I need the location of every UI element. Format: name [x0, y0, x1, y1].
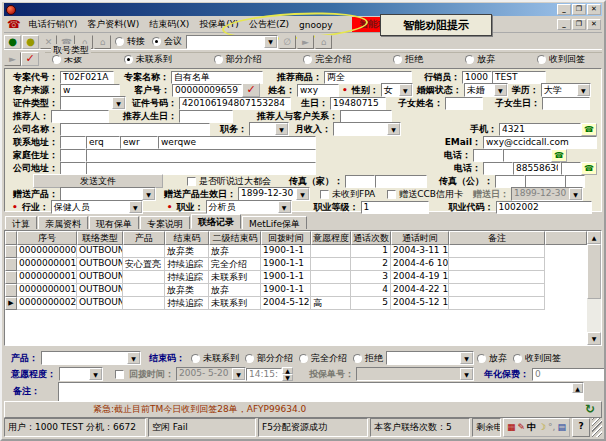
ime-keyboard-icon[interactable]: ▦	[507, 423, 516, 432]
mobile-field[interactable]	[499, 123, 581, 136]
fax-home-field-1[interactable]	[375, 175, 427, 188]
chevron-down-icon[interactable]: ▼	[460, 352, 473, 364]
header-remark[interactable]: 备注	[449, 231, 545, 245]
smart-dissuade-prompt-button[interactable]: 智能劝阻提示	[380, 14, 492, 36]
table-row[interactable]: 00000000004 OUTBOUND 放弃类 放弃 1900-1-1 1 2…	[5, 245, 587, 258]
end-reject-radio[interactable]: 拒绝	[353, 352, 383, 365]
moon-icon[interactable]: ☽	[538, 423, 546, 432]
dial-mobile-icon[interactable]: ☎	[581, 123, 597, 136]
child-name-field[interactable]	[445, 97, 483, 110]
menu-end-code[interactable]: 结束码(X)	[144, 17, 194, 32]
fax-office-field-0[interactable]	[495, 175, 525, 188]
tab-relatives[interactable]: 亲属资料	[38, 216, 88, 229]
table-row[interactable]: 00000000013 OUTBOUND 安心置亮 持续追踪 完全介绍 1900…	[5, 258, 587, 271]
home-addr-field-0[interactable]	[60, 149, 86, 162]
resize-grip[interactable]	[592, 418, 602, 437]
mdi-minimize-button[interactable]: _	[557, 19, 571, 30]
end-notreached-radio[interactable]: 未联系到	[191, 352, 239, 365]
gender-combo[interactable]: 女▼	[381, 83, 413, 97]
dialtype-abandon-radio[interactable]: 放弃	[465, 53, 495, 66]
project-code-field[interactable]	[60, 71, 114, 84]
product-combo[interactable]: ▼	[41, 351, 141, 365]
dialtype-full-radio[interactable]: 完全介绍	[303, 53, 351, 66]
end-full-radio[interactable]: 完全介绍	[299, 352, 347, 365]
minimize-button[interactable]: _	[557, 4, 571, 15]
agent-id-field[interactable]	[462, 71, 492, 84]
fax-office-field-1[interactable]	[525, 175, 565, 188]
scroll-up-icon[interactable]: ▲	[587, 231, 601, 244]
chevron-down-icon[interactable]: ▼	[577, 84, 590, 96]
end-receipt-radio[interactable]: 收到回签	[513, 352, 561, 365]
dialtype-receipt-radio[interactable]: 收到回签	[537, 53, 585, 66]
end-partial-radio[interactable]: 部分介绍	[245, 352, 293, 365]
tab-existing-policies[interactable]: 现有保单	[89, 216, 139, 229]
child-birth-field[interactable]	[542, 97, 590, 110]
tab-contact-records[interactable]: 联络记录	[191, 214, 241, 229]
occ-code-field[interactable]	[496, 201, 592, 214]
dialtype-partial-radio[interactable]: 部分介绍	[214, 53, 262, 66]
hangup-icon[interactable]: ●	[22, 35, 39, 49]
income-combo[interactable]: ▼	[333, 122, 401, 136]
header-contact-type[interactable]: 联络类型	[77, 231, 123, 245]
edu-combo[interactable]: 大学▼	[541, 83, 591, 97]
ccb-checkbox[interactable]	[387, 190, 396, 199]
confirm-check-icon[interactable]: ✓	[21, 52, 39, 66]
home-addr-field-1[interactable]	[86, 149, 316, 162]
occupation-combo[interactable]: 分析员▼	[206, 200, 292, 214]
contact-addr-field-1[interactable]	[86, 136, 120, 149]
header-call-count[interactable]: 通话次数	[351, 231, 391, 245]
menu-bulletin[interactable]: 公告栏(Z)	[244, 17, 294, 32]
header-call-time[interactable]: 通话时间	[391, 231, 449, 245]
chevron-down-icon[interactable]: ▼	[278, 201, 291, 213]
contact-addr-field-3[interactable]	[158, 136, 316, 149]
gift-product-combo[interactable]: ▼	[60, 187, 156, 201]
chevron-down-icon[interactable]: ▼	[296, 188, 309, 200]
referrer-rel-field[interactable]	[340, 110, 392, 123]
scroll-up-icon[interactable]: ▲	[572, 383, 583, 393]
birth-field[interactable]	[330, 97, 386, 110]
referrer-field[interactable]	[51, 110, 109, 123]
punct-icon[interactable]: °,	[548, 423, 555, 432]
restore-button[interactable]: ❐	[572, 4, 586, 15]
marital-combo[interactable]: 未婚▼	[464, 83, 508, 97]
header-sub-end-code[interactable]: 二级结束码	[209, 231, 261, 245]
fax-home-field-0[interactable]	[345, 175, 375, 188]
chevron-down-icon[interactable]: ▼	[89, 368, 102, 380]
referrer-birth-field[interactable]	[179, 110, 233, 123]
mdi-restore-button[interactable]: ❐	[572, 19, 586, 30]
ime-mode-chinese[interactable]: 中	[527, 423, 536, 432]
contact-addr-field-2[interactable]	[120, 136, 158, 149]
header-product[interactable]: 产品	[123, 231, 165, 245]
fax-office-field-2[interactable]	[565, 175, 585, 188]
willingness-combo[interactable]: ▼	[59, 367, 103, 381]
tab-metlife-policies[interactable]: MetLife保单	[242, 216, 307, 229]
end-abandon-radio[interactable]: 放弃	[477, 352, 507, 365]
chevron-down-icon[interactable]: ▼	[127, 352, 140, 364]
conference-radio-circle[interactable]	[152, 37, 161, 46]
chevron-down-icon[interactable]: ▼	[387, 123, 400, 135]
dial-home-icon[interactable]: ☎	[551, 149, 567, 162]
tab-project-notes[interactable]: 专案说明	[140, 216, 190, 229]
ime-pen-icon[interactable]: ✎	[517, 423, 525, 432]
help-button[interactable]: ?	[572, 418, 590, 437]
callback-checkbox[interactable]	[115, 370, 124, 379]
contact-addr-field-0[interactable]	[60, 136, 86, 149]
company-phone-field-2[interactable]	[561, 162, 581, 175]
menu-policy[interactable]: 投保单(Y)	[194, 17, 244, 32]
menu-gnoopy[interactable]: gnoopy	[294, 19, 337, 31]
name-field[interactable]	[297, 84, 339, 97]
scrollbar-thumb[interactable]	[587, 244, 601, 299]
grid-vertical-scrollbar[interactable]: ▲ ▼	[587, 231, 601, 345]
extension-combo[interactable]: ▼	[186, 35, 278, 49]
company-phone-field-1[interactable]	[513, 162, 561, 175]
id-type-combo[interactable]: ▼	[60, 96, 126, 110]
rec-product-field[interactable]	[324, 71, 412, 84]
dialtype-notreached-radio[interactable]: 未联系到	[124, 53, 172, 66]
job-combo[interactable]: ▼	[249, 122, 289, 136]
dial-company-icon[interactable]: ☎	[581, 162, 597, 175]
header-willingness[interactable]: 意愿程度	[311, 231, 351, 245]
company-field[interactable]	[60, 123, 210, 136]
send-file-button[interactable]: 发送文件	[33, 174, 163, 188]
chevron-down-icon[interactable]: ▼	[129, 201, 142, 213]
id-no-field[interactable]	[179, 97, 291, 110]
